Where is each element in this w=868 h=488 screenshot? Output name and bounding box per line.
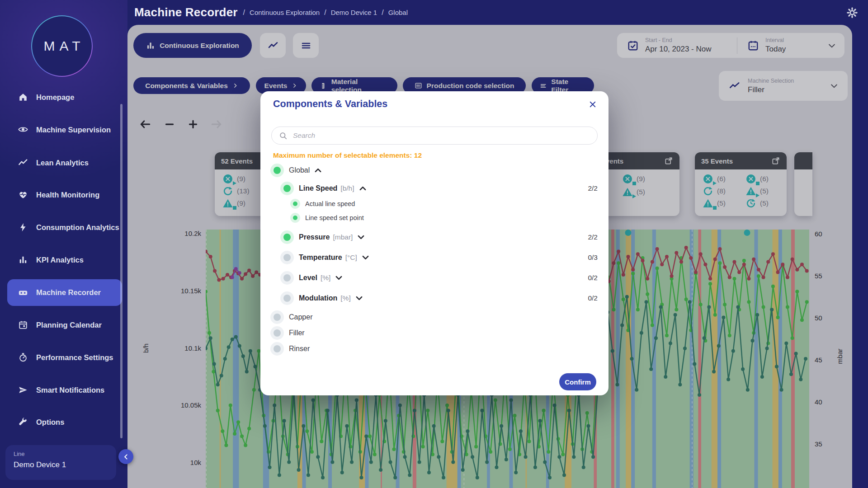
sidebar-item-label: Machine Supervision xyxy=(36,125,111,134)
sidebar-item-smart-notifications[interactable]: Smart Notifications xyxy=(7,377,122,403)
selection-count: 0/2 xyxy=(588,294,598,302)
settings-gear-icon[interactable] xyxy=(846,7,858,19)
tree-item-unit: [%] xyxy=(321,274,330,282)
device-card-value: Demo Device 1 xyxy=(14,460,116,469)
sidebar-item-label: KPI Analytics xyxy=(36,255,84,264)
radio-unselected-icon[interactable] xyxy=(280,271,294,285)
radio-selected-icon[interactable] xyxy=(290,199,300,209)
tree-item-capper[interactable]: Capper xyxy=(270,310,598,324)
device-card-label: Line xyxy=(14,450,116,457)
chevron-up-icon[interactable] xyxy=(359,186,366,191)
chevron-up-icon[interactable] xyxy=(315,168,321,173)
heart-pulse-icon xyxy=(18,190,28,200)
breadcrumb-item[interactable]: Global xyxy=(388,9,408,16)
send-icon xyxy=(18,385,28,395)
sidebar-item-label: Options xyxy=(36,418,64,427)
recorder-icon xyxy=(18,288,28,298)
sidebar-item-homepage[interactable]: Homepage xyxy=(7,88,122,106)
trend-icon xyxy=(18,158,28,168)
chevron-down-icon[interactable] xyxy=(358,235,364,239)
tree-item-level[interactable]: Level [%] 0/2 xyxy=(270,271,598,285)
radio-unselected-icon[interactable] xyxy=(270,310,284,324)
tree-item-line-speed-set-point[interactable]: Line speed set point xyxy=(270,213,598,223)
sidebar-item-health-monitoring[interactable]: Health Monitoring xyxy=(7,186,122,204)
radio-selected-icon[interactable] xyxy=(280,182,294,195)
radio-unselected-icon[interactable] xyxy=(280,251,294,264)
sidebar-item-label: Lean Analytics xyxy=(36,158,89,167)
sidebar-item-label: Health Monitoring xyxy=(36,190,99,199)
brand-logo: MAT xyxy=(31,15,93,77)
sidebar-item-options[interactable]: Options xyxy=(7,413,122,431)
bolt-icon xyxy=(18,222,28,232)
wrench-icon xyxy=(18,417,28,427)
sidebar-item-label: Performance Settings xyxy=(36,353,113,362)
calendar-icon xyxy=(18,320,28,330)
sidebar-item-kpi-analytics[interactable]: KPI Analytics xyxy=(7,251,122,269)
sidebar-collapse-button[interactable] xyxy=(118,449,133,464)
breadcrumb-item[interactable]: Continuous Exploration xyxy=(250,9,320,16)
tree-item-unit: [%] xyxy=(340,294,350,302)
sidebar-item-label: Consumption Analytics xyxy=(36,223,119,232)
selection-count: 0/2 xyxy=(588,274,598,282)
radio-unselected-icon[interactable] xyxy=(280,291,294,305)
radio-selected-icon[interactable] xyxy=(280,230,294,244)
sidebar-item-label: Homepage xyxy=(36,93,74,102)
bar-chart-icon xyxy=(18,255,28,265)
selection-count: 2/2 xyxy=(588,233,598,241)
tree-item-temperature[interactable]: Temperature [°C] 0/3 xyxy=(270,251,598,264)
tree-item-line-speed[interactable]: Line Speed [b/h] 2/2 xyxy=(270,182,598,195)
page-title: Machine Recorder xyxy=(134,5,238,19)
tree-item-label: Actual line speed xyxy=(305,200,355,207)
chevron-left-icon xyxy=(123,454,129,460)
tree-item-label: Pressure xyxy=(299,233,330,241)
radio-unselected-icon[interactable] xyxy=(270,342,284,356)
tree-item-label: Rinser xyxy=(289,345,310,353)
tree-item-global[interactable]: Global xyxy=(270,164,598,177)
brand-logo-text: MAT xyxy=(43,38,85,54)
tree-item-modulation[interactable]: Modulation [%] 0/2 xyxy=(270,291,598,305)
search-box xyxy=(271,127,598,145)
confirm-button[interactable]: Confirm xyxy=(559,373,596,390)
selection-count: 2/2 xyxy=(588,184,598,192)
close-icon[interactable] xyxy=(589,100,597,108)
radio-unselected-icon[interactable] xyxy=(270,326,284,340)
tree-item-label: Level xyxy=(299,274,317,282)
sidebar-item-performance-settings[interactable]: Performance Settings xyxy=(7,345,122,370)
breadcrumb-separator: / xyxy=(382,9,383,17)
breadcrumb: / Continuous Exploration / Demo Device 1… xyxy=(243,9,408,17)
radio-selected-icon[interactable] xyxy=(270,164,284,177)
chevron-down-icon[interactable] xyxy=(362,255,369,260)
components-variables-modal: Components & Variables Maximum number of… xyxy=(260,91,609,395)
tree-item-rinser[interactable]: Rinser xyxy=(270,342,598,356)
tree-item-filler[interactable]: Filler xyxy=(270,326,598,340)
sidebar-item-lean-analytics[interactable]: Lean Analytics xyxy=(7,154,122,172)
chevron-down-icon[interactable] xyxy=(356,296,363,300)
tree-item-actual-line-speed[interactable]: Actual line speed xyxy=(270,199,598,209)
app-root: Machine Recorder / Continuous Exploratio… xyxy=(0,0,868,488)
sidebar-item-machine-supervision[interactable]: Machine Supervision xyxy=(7,117,122,142)
tree-item-label: Capper xyxy=(289,313,312,321)
sidebar: MAT Homepage Machine Supervision Lean An… xyxy=(0,0,127,488)
tree-item-label: Modulation xyxy=(299,294,337,302)
tree-item-label: Filler xyxy=(289,329,305,337)
tree-item-label: Line Speed xyxy=(299,184,337,192)
stopwatch-icon xyxy=(18,352,28,362)
tree-item-pressure[interactable]: Pressure [mbar] 2/2 xyxy=(270,230,598,244)
chevron-down-icon[interactable] xyxy=(335,276,342,280)
tree-item-unit: [°C] xyxy=(345,253,357,262)
device-card[interactable]: Line Demo Device 1 xyxy=(5,445,116,480)
radio-selected-icon[interactable] xyxy=(290,213,300,223)
max-selectable-note: Maximum number of selectable elements: 1… xyxy=(273,151,422,160)
home-icon xyxy=(18,92,28,102)
selection-count: 0/3 xyxy=(588,253,598,262)
tree-item-unit: [b/h] xyxy=(340,184,354,192)
sidebar-item-consumption-analytics[interactable]: Consumption Analytics xyxy=(7,215,122,240)
sidebar-item-planning-calendar[interactable]: Planning Calendar xyxy=(7,312,122,338)
tree-item-label: Global xyxy=(289,166,310,174)
breadcrumb-item[interactable]: Demo Device 1 xyxy=(331,9,377,16)
sidebar-scrollbar[interactable] xyxy=(120,104,123,438)
tree-item-label: Temperature xyxy=(299,253,342,262)
search-input[interactable] xyxy=(292,131,590,140)
sidebar-item-machine-recorder[interactable]: Machine Recorder xyxy=(7,279,122,306)
eye-icon xyxy=(18,125,28,135)
